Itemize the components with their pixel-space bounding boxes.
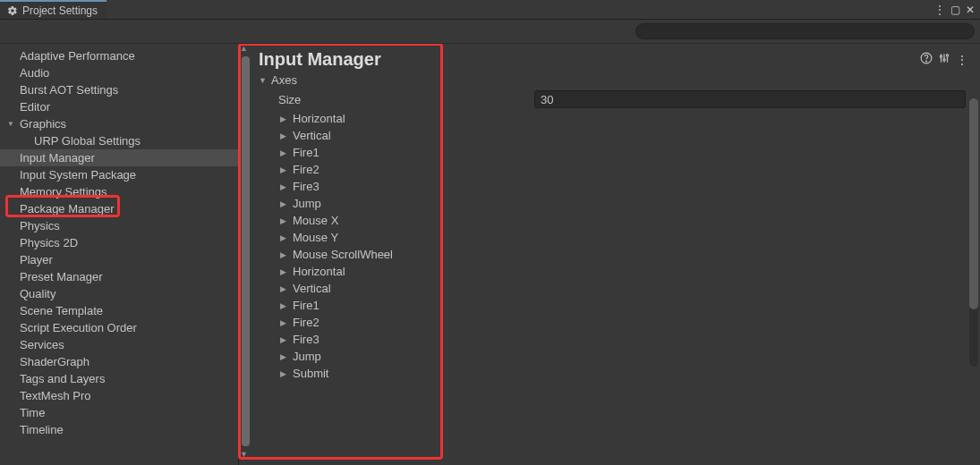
sidebar-item-script-execution-order[interactable]: Script Execution Order	[0, 319, 238, 336]
sidebar-item-label: Preset Manager	[20, 270, 103, 283]
sidebar-item-label: Adaptive Performance	[20, 49, 135, 63]
preset-icon[interactable]	[935, 52, 953, 67]
chevron-right-icon	[280, 216, 293, 225]
content-scrollbar[interactable]	[969, 98, 978, 367]
sidebar-item-label: Input System Package	[20, 168, 136, 182]
axis-item[interactable]: Horizontal	[239, 263, 980, 280]
sidebar-item-label: Player	[20, 253, 53, 266]
sidebar-item-label: TextMesh Pro	[20, 389, 90, 402]
axis-item[interactable]: Vertical	[239, 280, 980, 297]
sidebar-item-label: Physics	[20, 219, 60, 232]
sidebar-item-label: Timeline	[20, 423, 64, 436]
axis-item[interactable]: Fire3	[239, 178, 980, 195]
chevron-down-icon	[259, 76, 271, 85]
axis-item[interactable]: Jump	[239, 195, 980, 212]
axis-item[interactable]: Mouse Y	[239, 229, 980, 246]
axis-item[interactable]: Fire1	[239, 144, 980, 161]
sidebar-item-label: URP Global Settings	[34, 134, 141, 148]
sidebar-item-package-manager[interactable]: Package Manager	[0, 200, 238, 217]
axis-label: Mouse Y	[293, 231, 338, 244]
window-menu-icon[interactable]: ⋮	[934, 4, 945, 15]
chevron-right-icon	[280, 318, 293, 327]
sidebar-item-player[interactable]: Player	[0, 251, 238, 268]
sidebar-item-graphics[interactable]: Graphics	[0, 115, 238, 132]
size-label: Size	[239, 93, 534, 106]
axis-label: Fire1	[293, 146, 320, 159]
sidebar-item-input-system-package[interactable]: Input System Package	[0, 166, 238, 183]
axis-item[interactable]: Fire2	[239, 314, 980, 331]
chevron-right-icon	[280, 284, 293, 293]
window-maximize-icon[interactable]: ▢	[950, 4, 960, 15]
axis-label: Mouse X	[293, 214, 338, 227]
chevron-right-icon	[280, 165, 293, 174]
tab-label: Project Settings	[22, 4, 98, 17]
axis-label: Vertical	[293, 282, 331, 295]
tab-project-settings[interactable]: Project Settings	[0, 0, 107, 19]
axis-item[interactable]: Vertical	[239, 127, 980, 144]
axis-label: Jump	[293, 197, 321, 210]
sidebar-item-adaptive-performance[interactable]: Adaptive Performance	[0, 47, 238, 64]
gear-icon	[7, 5, 18, 16]
chevron-right-icon	[280, 369, 293, 378]
sidebar-item-scene-template[interactable]: Scene Template	[0, 302, 238, 319]
axis-item[interactable]: Submit	[239, 365, 980, 382]
sidebar-item-services[interactable]: Services	[0, 336, 238, 353]
chevron-right-icon	[280, 131, 293, 140]
sidebar-item-label: Services	[20, 338, 64, 351]
axis-label: Fire2	[293, 316, 320, 329]
sidebar-item-audio[interactable]: Audio	[0, 64, 238, 81]
help-icon[interactable]	[917, 52, 935, 67]
axes-label: Axes	[271, 73, 297, 87]
axis-item[interactable]: Fire3	[239, 331, 980, 348]
sidebar-item-label: ShaderGraph	[20, 355, 89, 368]
axis-item[interactable]: Horizontal	[239, 110, 980, 127]
sidebar-item-textmesh-pro[interactable]: TextMesh Pro	[0, 387, 238, 404]
sidebar-item-physics-2d[interactable]: Physics 2D	[0, 234, 238, 251]
svg-point-3	[926, 61, 927, 62]
sidebar-item-label: Tags and Layers	[20, 372, 105, 385]
sidebar-item-label: Package Manager	[20, 202, 115, 216]
sidebar-item-urp-global-settings[interactable]: URP Global Settings	[0, 132, 238, 149]
axis-label: Submit	[293, 367, 328, 380]
sidebar-item-label: Quality	[20, 287, 55, 300]
search-input[interactable]	[635, 23, 975, 39]
axis-label: Fire2	[293, 163, 320, 176]
sidebar-item-shadergraph[interactable]: ShaderGraph	[0, 353, 238, 370]
sidebar-item-tags-and-layers[interactable]: Tags and Layers	[0, 370, 238, 387]
sidebar-item-time[interactable]: Time	[0, 404, 238, 421]
sidebar-item-timeline[interactable]: Timeline	[0, 421, 238, 438]
size-input[interactable]	[534, 90, 966, 108]
axis-item[interactable]: Fire1	[239, 297, 980, 314]
svg-point-9	[946, 55, 948, 56]
axis-item[interactable]: Mouse ScrollWheel	[239, 246, 980, 263]
sidebar-item-label: Scene Template	[20, 304, 103, 317]
sidebar-item-burst-aot-settings[interactable]: Burst AOT Settings	[0, 81, 238, 98]
axis-label: Jump	[293, 350, 321, 363]
chevron-right-icon	[280, 148, 293, 157]
svg-point-7	[940, 55, 942, 57]
axis-item[interactable]: Fire2	[239, 161, 980, 178]
axes-foldout[interactable]: Axes	[239, 72, 980, 89]
kebab-menu-icon[interactable]: ⋮	[953, 53, 971, 67]
sidebar-item-editor[interactable]: Editor	[0, 98, 238, 115]
axis-label: Fire3	[293, 180, 320, 193]
window-close-icon[interactable]: ✕	[966, 4, 975, 15]
sidebar-item-preset-manager[interactable]: Preset Manager	[0, 268, 238, 285]
axis-item[interactable]: Jump	[239, 348, 980, 365]
sidebar-item-label: Physics 2D	[20, 236, 78, 249]
chevron-right-icon	[280, 114, 293, 123]
sidebar-item-input-manager[interactable]: Input Manager	[0, 149, 238, 166]
sidebar-item-quality[interactable]: Quality	[0, 285, 238, 302]
content-scroll-thumb[interactable]	[969, 98, 978, 309]
sidebar-item-memory-settings[interactable]: Memory Settings	[0, 183, 238, 200]
axis-label: Fire3	[293, 333, 320, 346]
scroll-up-icon[interactable]: ▲	[240, 44, 248, 53]
sidebar-item-physics[interactable]: Physics	[0, 217, 238, 234]
chevron-right-icon	[280, 199, 293, 208]
axis-label: Fire1	[293, 299, 320, 312]
sidebar-item-label: Input Manager	[20, 151, 95, 165]
sidebar-item-label: Memory Settings	[20, 185, 107, 199]
sidebar-item-label: Burst AOT Settings	[20, 83, 118, 97]
chevron-right-icon	[280, 250, 293, 259]
axis-item[interactable]: Mouse X	[239, 212, 980, 229]
